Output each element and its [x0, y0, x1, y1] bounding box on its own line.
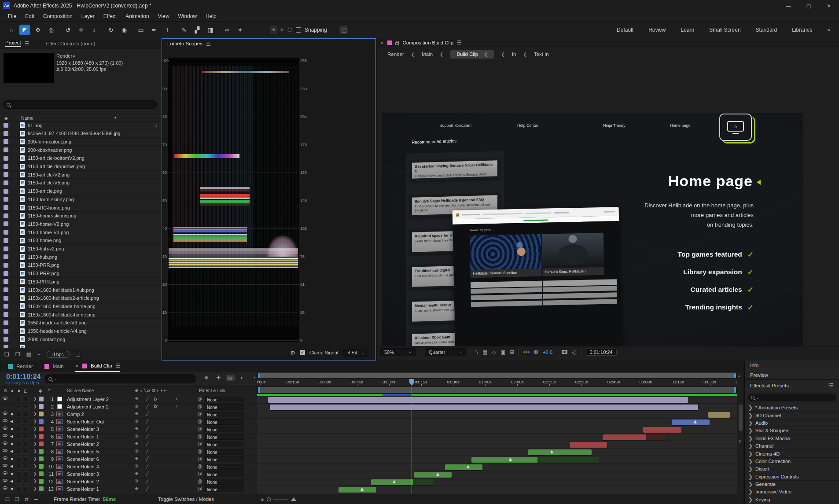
label-swatch[interactable]	[4, 320, 8, 325]
workspace-libraries[interactable]: Libraries	[792, 27, 812, 33]
label-swatch[interactable]	[4, 337, 8, 342]
menu-edit[interactable]: Edit	[21, 11, 39, 21]
name-column-header[interactable]: Name	[21, 115, 33, 121]
article-card[interactable]: Get started playing Senua's Saga: Hellbl…	[410, 158, 500, 181]
solo-cell[interactable]	[17, 479, 22, 484]
lock-cell[interactable]	[24, 404, 29, 409]
transparency-grid-icon[interactable]: ▦	[482, 349, 487, 355]
layer-label-swatch[interactable]	[39, 486, 44, 491]
current-timecode[interactable]: 0:01:10:24	[6, 373, 40, 381]
clone-stamp-tool-icon[interactable]: ▞	[192, 25, 202, 35]
fx-switch-icon[interactable]: fx	[154, 404, 158, 409]
timeline-search[interactable]: ⌄	[44, 374, 196, 383]
project-columns-header[interactable]: ◆ Name ▲	[0, 114, 161, 121]
effects-category-immersive-video[interactable]: ❯Immersive Video	[745, 488, 839, 495]
visibility-eye-icon[interactable]	[3, 486, 7, 489]
timeline-search-input[interactable]	[59, 376, 196, 382]
puppet-pin-tool-icon[interactable]: ✴	[235, 25, 246, 35]
layer-duration-bar[interactable]	[445, 464, 482, 470]
collapse-switch-icon[interactable]: ✠	[135, 449, 138, 453]
parent-link-dropdown[interactable]: None⌄	[204, 427, 244, 432]
layer-row[interactable]: ◀❯12SceneHolder 2✠╱@None⌄	[0, 478, 257, 486]
list-item[interactable]: 1150-form-skinny.png	[0, 195, 161, 203]
effects-category-3d-channel[interactable]: ❯3D Channel	[745, 411, 839, 419]
zoom-tool-icon[interactable]: ◎	[46, 25, 56, 35]
layer-name[interactable]: SceneHolder 2	[67, 479, 99, 484]
lock-cell[interactable]	[24, 486, 29, 491]
workspace-standard[interactable]: Standard	[756, 27, 777, 33]
snap-anchor-icon[interactable]: ⌖	[270, 26, 277, 34]
layer-track[interactable]	[257, 449, 737, 456]
list-item[interactable]: 1150-home-skinny.png	[0, 212, 161, 220]
breadcrumb-in[interactable]: In	[512, 52, 516, 57]
workspace-small-screen[interactable]: Small Screen	[709, 27, 740, 33]
label-swatch[interactable]	[4, 197, 8, 202]
layer-track[interactable]	[257, 478, 737, 486]
minimize-button[interactable]: —	[778, 0, 799, 11]
list-item[interactable]: 200-form-cutout.png	[0, 138, 161, 146]
layer-track[interactable]	[257, 471, 737, 478]
parent-link-dropdown[interactable]: None⌄	[204, 479, 244, 485]
layer-name[interactable]: SceneHolder 2	[67, 441, 99, 447]
orbit-camera-tool-icon[interactable]: ↺	[63, 25, 73, 35]
effects-category-channel[interactable]: ❯Channel	[745, 442, 839, 449]
source-name-column-header[interactable]: Source Name	[67, 388, 94, 393]
visibility-eye-icon[interactable]	[3, 456, 7, 460]
layer-name[interactable]: SceneHolder Out	[67, 419, 104, 424]
layer-label-swatch[interactable]	[39, 441, 44, 446]
layer-label-swatch[interactable]	[39, 449, 44, 454]
zoom-knob[interactable]	[267, 497, 271, 501]
layer-track[interactable]	[257, 419, 737, 426]
quality-switch-icon[interactable]: ╱	[146, 434, 148, 438]
collapse-switch-icon[interactable]: ✠	[135, 479, 138, 483]
quality-switch-icon[interactable]: ╱	[146, 419, 148, 423]
parent-pickwhip-icon[interactable]: @	[198, 456, 202, 461]
magnification-dropdown[interactable]: 50%⌄	[380, 348, 416, 356]
list-item[interactable]	[0, 344, 161, 348]
label-swatch[interactable]	[4, 139, 8, 144]
list-item[interactable]: 1550-header-article-V3.png	[0, 319, 161, 327]
timeline-graph-area[interactable]: 0:00s00:15s00:30s00:45s01:00s01:15s01:30…	[257, 372, 737, 494]
list-item[interactable]: 1150-hub-v2.png	[0, 245, 161, 253]
collapse-switch-icon[interactable]: ✠	[135, 419, 138, 423]
effects-category-boris-fx-mocha[interactable]: ❯Boris FX Mocha	[745, 434, 839, 442]
hand-tool-icon[interactable]: ✥	[33, 25, 43, 35]
project-search-input[interactable]	[16, 102, 157, 107]
parent-pickwhip-icon[interactable]: @	[198, 419, 202, 424]
breadcrumb-build-clip[interactable]: Build Clip❮	[450, 50, 494, 59]
quality-switch-icon[interactable]: ╱	[146, 397, 148, 401]
audio-speaker-icon[interactable]: ◀	[10, 449, 13, 453]
project-search[interactable]: ⌄	[3, 100, 158, 109]
expand-arrow-icon[interactable]: ❯	[33, 464, 37, 468]
effects-category-cinema-4d[interactable]: ❯Cinema 4D	[745, 449, 839, 457]
composition-viewer[interactable]: support.xbox.comHelp CenterNinja TheoryH…	[377, 61, 839, 346]
unlock-icon[interactable]	[395, 42, 399, 45]
list-item[interactable]: 1150-HC-home.png	[0, 204, 161, 212]
snapshot-icon[interactable]	[562, 350, 567, 354]
audio-speaker-icon[interactable]: ◀	[10, 434, 13, 438]
expand-arrow-icon[interactable]: ❯	[33, 441, 37, 446]
eraser-tool-icon[interactable]: ◨	[205, 25, 216, 35]
layer-track[interactable]	[257, 404, 737, 411]
comp-panel-menu-icon[interactable]: ☰	[457, 40, 462, 46]
expand-arrow-icon[interactable]: ❯	[33, 404, 37, 408]
list-item[interactable]: 1150-PRR.png	[0, 270, 161, 278]
list-item[interactable]: 1150-home.png	[0, 237, 161, 245]
timeline-scrollbar[interactable]: ⌂ ✐	[737, 372, 743, 494]
maximize-button[interactable]: ▢	[799, 0, 819, 11]
label-swatch[interactable]	[4, 254, 8, 259]
guides-icon[interactable]: ⊞	[510, 349, 514, 355]
fast-previews-icon[interactable]: ϟ	[475, 349, 478, 355]
layer-label-swatch[interactable]	[39, 419, 44, 424]
effects-category--animation-presets[interactable]: ❯* Animation Presets	[745, 404, 839, 411]
menu-help[interactable]: Help	[201, 11, 221, 21]
audio-speaker-icon[interactable]: ◀	[10, 456, 13, 461]
collapse-switch-icon[interactable]: ✠	[135, 412, 138, 416]
expand-arrow-icon[interactable]: ❯	[33, 471, 37, 476]
visibility-eye-icon[interactable]	[3, 471, 7, 475]
parent-link-column-header[interactable]: Parent & Link	[199, 388, 225, 393]
delete-icon[interactable]	[76, 352, 80, 357]
layer-name[interactable]: SceneHolder 1	[67, 434, 99, 439]
parent-pickwhip-icon[interactable]: @	[198, 434, 202, 439]
visibility-eye-icon[interactable]	[3, 412, 7, 415]
